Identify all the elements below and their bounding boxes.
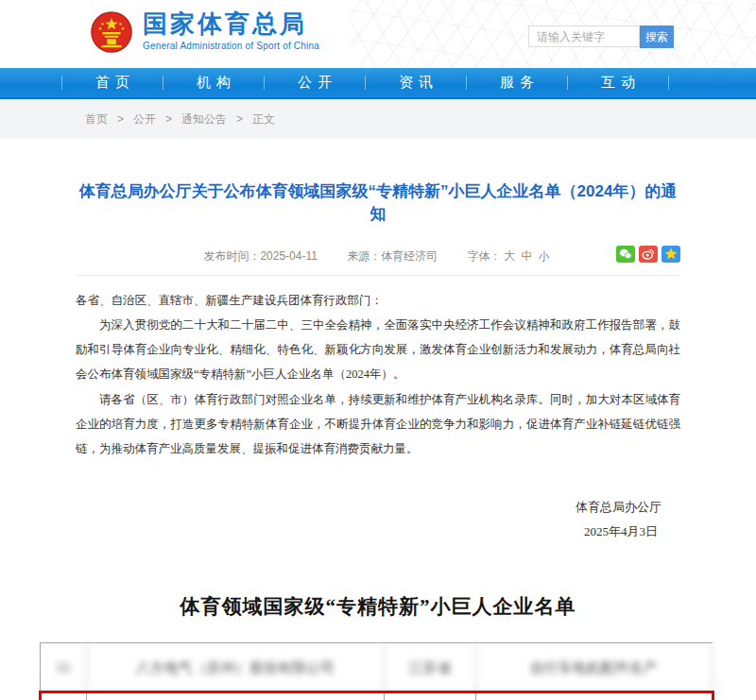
paragraph-salutation: 各省、自治区、直辖市、新疆生产建设兵团体育行政部门：	[76, 288, 680, 313]
weibo-share-icon[interactable]	[639, 246, 658, 263]
table-row: 55 八方电气（苏州）股份有限公司 江苏省 自行车电机配件生产	[41, 643, 713, 692]
breadcrumb-separator: >	[165, 112, 172, 126]
search-input[interactable]	[528, 26, 640, 47]
logo-text: 国家体育总局 General Administration of Sport o…	[143, 10, 319, 51]
signature-org: 体育总局办公厅	[76, 495, 662, 520]
cell-company: 苏州清听声学科技有限公司	[87, 692, 385, 700]
qzone-share-icon[interactable]	[662, 246, 680, 263]
nav-divider	[668, 76, 669, 90]
font-size-small[interactable]: 小	[539, 249, 550, 263]
national-emblem-icon	[90, 10, 133, 58]
signature-date: 2025年4月3日	[76, 520, 658, 544]
meta-divider	[76, 275, 680, 276]
breadcrumb-separator: >	[236, 112, 243, 126]
cell-province: 江苏省	[385, 692, 476, 700]
table-row-highlighted: 56 苏州清听声学科技有限公司 江苏省 安静操场系统设计	[41, 692, 713, 700]
breadcrumb-home[interactable]: 首页	[85, 111, 108, 128]
nav-item-orgs[interactable]: 机构	[163, 74, 264, 92]
wechat-share-icon[interactable]	[616, 246, 635, 263]
article: 体育总局办公厅关于公布体育领域国家级“专精特新”小巨人企业名单（2024年）的通…	[0, 180, 756, 544]
breadcrumb: 首页 > 公开 > 通知公告 > 正文	[0, 99, 756, 139]
font-size-label: 字体：	[468, 249, 502, 263]
font-size-control: 字体：大中小	[468, 249, 553, 263]
site-logo[interactable]: 国家体育总局 General Administration of Sport o…	[90, 10, 319, 58]
share-buttons	[616, 246, 680, 263]
article-body: 各省、自治区、直辖市、新疆生产建设兵团体育行政部门： 为深入贯彻党的二十大和二十…	[76, 288, 680, 462]
enterprise-table: 55 八方电气（苏州）股份有限公司 江苏省 自行车电机配件生产 56 苏州清听声…	[40, 642, 713, 700]
site-header: 国家体育总局 General Administration of Sport o…	[0, 0, 756, 68]
cell-business: 安静操场系统设计	[476, 692, 713, 700]
main-nav: 首页 机构 公开 资讯 服务 互动	[0, 68, 756, 99]
site-search: 搜索	[528, 26, 674, 48]
search-button[interactable]: 搜索	[640, 26, 674, 48]
breadcrumb-current: 正文	[252, 111, 275, 128]
font-size-medium[interactable]: 中	[522, 249, 533, 263]
paragraph-request: 请各省（区、市）体育行政部门对照企业名单，持续更新和维护体育产业机构名录库。同时…	[76, 387, 680, 462]
site-name-english: General Administration of Sport of China	[143, 41, 319, 51]
breadcrumb-separator: >	[117, 112, 124, 126]
article-source: 来源：体育经济司	[347, 249, 438, 263]
source-label: 来源：	[347, 249, 381, 263]
publish-date-value: 2025-04-11	[260, 249, 318, 263]
signature-block: 体育总局办公厅 2025年4月3日	[76, 495, 680, 544]
nav-item-disclosure[interactable]: 公开	[265, 74, 365, 92]
cell-number: 55	[41, 643, 87, 692]
cell-province: 江苏省	[385, 643, 476, 692]
source-value: 体育经济司	[381, 249, 438, 263]
breadcrumb-notices[interactable]: 通知公告	[181, 111, 227, 128]
cell-company: 八方电气（苏州）股份有限公司	[87, 643, 385, 692]
breadcrumb-disclosure[interactable]: 公开	[133, 111, 156, 128]
publish-date-label: 发布时间：	[203, 249, 260, 263]
article-meta: 发布时间：2025-04-11 来源：体育经济司 字体：大中小	[76, 248, 680, 265]
list-title: 体育领域国家级“专精特新”小巨人企业名单	[0, 593, 756, 620]
site-name: 国家体育总局	[143, 10, 319, 39]
cell-business: 自行车电机配件生产	[476, 643, 713, 692]
nav-item-home[interactable]: 首页	[62, 74, 163, 92]
publish-date: 发布时间：2025-04-11	[203, 249, 318, 263]
page-title: 体育总局办公厅关于公布体育领域国家级“专精特新”小巨人企业名单（2024年）的通…	[76, 180, 680, 226]
font-size-large[interactable]: 大	[505, 249, 516, 263]
paragraph-announcement: 为深入贯彻党的二十大和二十届二中、三中全会精神，全面落实中央经济工作会议精神和政…	[76, 313, 680, 387]
nav-item-interact[interactable]: 互动	[568, 74, 668, 92]
nav-item-news[interactable]: 资讯	[366, 74, 466, 92]
nav-item-services[interactable]: 服务	[467, 74, 567, 92]
cell-number: 56	[41, 692, 87, 700]
